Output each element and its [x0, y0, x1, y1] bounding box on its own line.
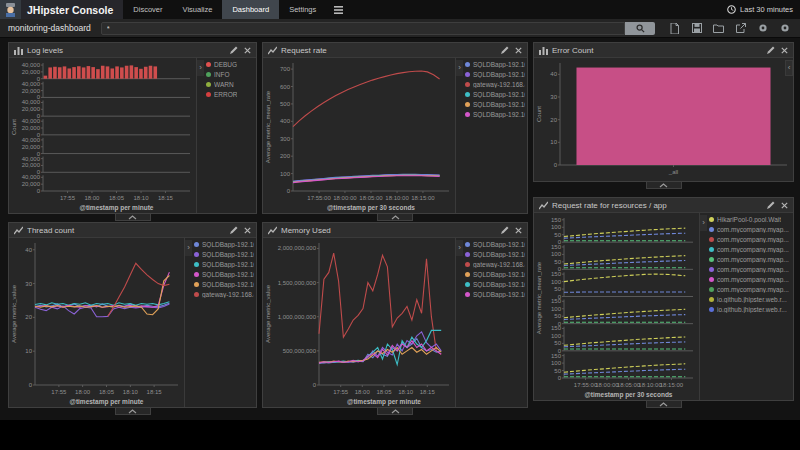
- legend-item[interactable]: SQLDBapp-192.168...: [194, 251, 254, 258]
- panel-collapse-chevron[interactable]: [646, 401, 682, 408]
- svg-text:150: 150: [551, 244, 562, 250]
- legend-item[interactable]: SQLDBapp-192.168.4...: [465, 241, 525, 248]
- edit-pencil-icon[interactable]: [767, 46, 775, 54]
- close-icon[interactable]: [781, 202, 788, 209]
- legend-item[interactable]: SQLDBapp-192.168.4...: [465, 61, 525, 68]
- share-dashboard-icon[interactable]: [735, 23, 746, 34]
- svg-text:Count: Count: [536, 106, 542, 122]
- legend-item[interactable]: SQLDBapp-192.168.4...: [465, 251, 525, 258]
- legend-item[interactable]: com.mycompany.myap...: [709, 286, 791, 293]
- svg-text:17:55: 17:55: [51, 389, 67, 395]
- legend-item[interactable]: gateway-192.168.43.8...: [465, 261, 525, 268]
- legend-item[interactable]: com.mycompany.myap...: [709, 236, 791, 243]
- panel-collapse-chevron[interactable]: [377, 214, 413, 221]
- legend-item[interactable]: SQLDBapp-192.168.4...: [465, 91, 525, 98]
- panel-collapse-chevron[interactable]: [115, 408, 151, 415]
- panel-error-count: Error Count Count010203040_all ‹: [533, 42, 794, 182]
- edit-pencil-icon[interactable]: [501, 226, 509, 234]
- save-dashboard-icon[interactable]: [691, 23, 702, 34]
- query-input[interactable]: [101, 22, 625, 35]
- svg-text:18:15: 18:15: [158, 195, 174, 201]
- svg-text:50: 50: [554, 232, 561, 238]
- nav-item-discover[interactable]: Discover: [123, 0, 172, 19]
- panel-header[interactable]: Error Count: [534, 43, 793, 58]
- legend-color-dot: [465, 242, 470, 247]
- legend-item[interactable]: SQLDBapp-192.168.4...: [465, 271, 525, 278]
- legend-item[interactable]: gateway-192.168.43.8...: [465, 81, 525, 88]
- panel-collapse-chevron[interactable]: [377, 408, 413, 415]
- edit-pencil-icon[interactable]: [767, 201, 775, 209]
- panel-header[interactable]: Log levels: [9, 43, 256, 58]
- legend-collapse-icon[interactable]: ›: [456, 240, 463, 256]
- close-icon[interactable]: [244, 227, 251, 234]
- svg-text:18:05:00: 18:05:00: [617, 382, 641, 388]
- legend-item[interactable]: SQLDBapp-192.168.4...: [465, 101, 525, 108]
- legend-item[interactable]: ERROR: [206, 91, 254, 98]
- legend-item[interactable]: SQLDBapp-192.168.4...: [465, 281, 525, 288]
- legend-label: SQLDBapp-192.168.4...: [473, 271, 525, 278]
- legend-collapse-icon[interactable]: ›: [185, 240, 192, 256]
- legend-item[interactable]: SQLDBapp-192.168...: [194, 241, 254, 248]
- panel-header[interactable]: Memory Used: [263, 223, 527, 238]
- legend-item[interactable]: com.mycompany.myap...: [709, 266, 791, 273]
- svg-text:40,000: 40,000: [22, 99, 41, 105]
- legend-item[interactable]: com.mycompany.myap...: [709, 226, 791, 233]
- options-gear-icon[interactable]: [757, 23, 768, 34]
- load-dashboard-folder-icon[interactable]: [713, 23, 724, 34]
- new-dashboard-icon[interactable]: [669, 23, 680, 34]
- close-icon[interactable]: [244, 47, 251, 54]
- svg-text:20,000: 20,000: [22, 181, 41, 187]
- legend-item[interactable]: io.github.jhipster.web.r...: [709, 306, 791, 313]
- edit-pencil-icon[interactable]: [230, 46, 238, 54]
- legend-item[interactable]: gateway-192.168.43...: [194, 291, 254, 298]
- nav-item-settings[interactable]: Settings: [279, 0, 326, 19]
- legend-expand-icon[interactable]: ‹: [785, 60, 793, 76]
- edit-pencil-icon[interactable]: [230, 226, 238, 234]
- legend-collapse-icon[interactable]: ›: [456, 60, 463, 76]
- legend-item[interactable]: SQLDBapp-192.168...: [194, 281, 254, 288]
- legend-item[interactable]: SQLDBapp-192.168...: [194, 271, 254, 278]
- legend-item[interactable]: com.mycompany.myap...: [709, 256, 791, 263]
- close-icon[interactable]: [515, 227, 522, 234]
- nav-item-visualize[interactable]: Visualize: [173, 0, 223, 19]
- legend-item[interactable]: SQLDBapp-192.168...: [194, 261, 254, 268]
- close-icon[interactable]: [781, 47, 788, 54]
- legend-item[interactable]: SQLDBapp-192.168.4...: [465, 111, 525, 118]
- legend-item[interactable]: com.mycompany.myap...: [709, 276, 791, 283]
- panel-collapse-chevron[interactable]: [646, 182, 682, 189]
- edit-pencil-icon[interactable]: [501, 46, 509, 54]
- legend-item[interactable]: SQLDBapp-192.168.4...: [465, 71, 525, 78]
- legend-label: gateway-192.168.43.8...: [473, 81, 525, 88]
- svg-text:200: 200: [280, 153, 291, 159]
- legend-item[interactable]: HikariPool-0.pool.Wait: [709, 216, 791, 223]
- jhipster-logo[interactable]: [0, 0, 21, 19]
- legend-collapse-icon[interactable]: ›: [197, 60, 204, 76]
- legend-color-dot: [194, 252, 199, 257]
- chart-request-rate: Average metric_mean_rate0100200300400500…: [263, 58, 455, 213]
- nav-item-dashboard[interactable]: Dashboard: [222, 0, 279, 19]
- close-icon[interactable]: [515, 47, 522, 54]
- legend-item[interactable]: DEBUG: [206, 61, 254, 68]
- refresh-gear-icon[interactable]: [779, 23, 790, 34]
- panel-header[interactable]: Request rate for resources / app: [534, 198, 793, 213]
- panel-collapse-chevron[interactable]: [115, 214, 151, 221]
- panel-header[interactable]: Thread count: [9, 223, 256, 238]
- search-button[interactable]: [625, 22, 655, 35]
- svg-text:400: 400: [280, 118, 291, 124]
- legend-item[interactable]: INFO: [206, 71, 254, 78]
- svg-text:40,000: 40,000: [22, 174, 41, 180]
- panel-header[interactable]: Request rate: [263, 43, 527, 58]
- legend-collapse-icon[interactable]: ›: [700, 215, 707, 231]
- svg-text:@timestamp per minute: @timestamp per minute: [347, 398, 421, 406]
- time-picker[interactable]: Last 30 minutes: [727, 0, 800, 19]
- svg-text:18:10: 18:10: [398, 389, 414, 395]
- app-title[interactable]: JHipster Console: [21, 0, 123, 19]
- legend-item[interactable]: WARN: [206, 81, 254, 88]
- clock-icon: [727, 5, 736, 14]
- legend-item[interactable]: SQLDBapp-192.168.4...: [465, 291, 525, 298]
- chart-thread-count: Average metric_value01020304017:5518:001…: [9, 238, 184, 407]
- legend-item[interactable]: com.mycompany.myap...: [709, 246, 791, 253]
- apps-grid-icon[interactable]: [326, 0, 351, 19]
- legend-item[interactable]: io.github.jhipster.web.r...: [709, 296, 791, 303]
- legend-label: SQLDBapp-192.168.4...: [473, 251, 525, 258]
